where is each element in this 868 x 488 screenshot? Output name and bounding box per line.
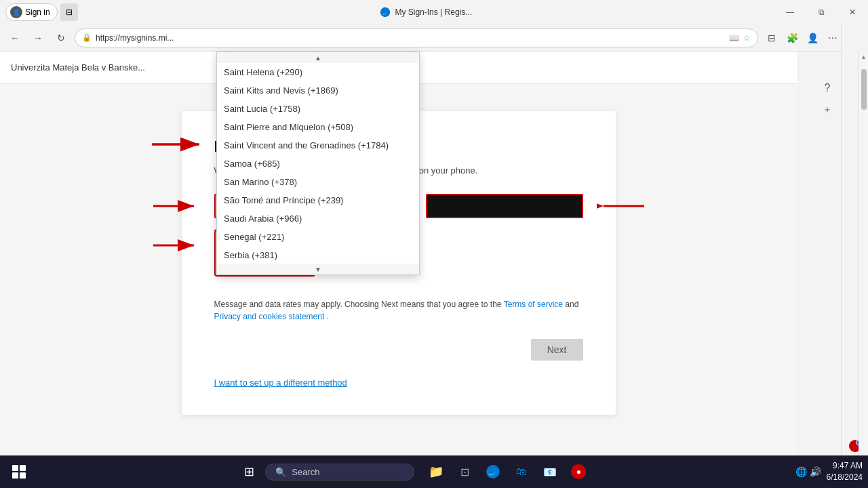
taskbar-app-store[interactable]: 🛍 — [508, 458, 535, 485]
edge-taskbar-icon — [486, 464, 500, 479]
taskbar-app-taskview[interactable]: ⊡ — [451, 458, 478, 485]
reader-mode-icon[interactable]: 📖 — [729, 33, 739, 43]
more-tools-button[interactable]: ··· — [823, 28, 842, 47]
red-app-icon: ● — [571, 464, 586, 479]
search-placeholder: Search — [292, 467, 319, 477]
dropdown-item[interactable]: Saint Pierre and Miquelon (+508) — [217, 118, 419, 136]
edge-logo: My Sign-Ins | Regis... — [380, 7, 472, 18]
phone-input[interactable] — [426, 194, 583, 218]
title-bar-right: — ⧉ ✕ — [774, 0, 868, 24]
taskbar-center: ⊞ 🔍 Search 📁 ⊡ 🛍 📧 ● — [33, 458, 795, 485]
terms-link1[interactable]: Terms of service — [504, 300, 563, 309]
arrow-phone — [597, 197, 644, 216]
dropdown-item[interactable]: Samoa (+685) — [217, 155, 419, 173]
taskbar-left — [0, 458, 33, 485]
taskbar-clock[interactable]: 9:47 AM 6/18/2024 — [827, 460, 863, 483]
dropdown-scroll-up[interactable]: ▲ — [217, 52, 419, 63]
page-scrollbar: ▲ ▼ — [859, 52, 868, 488]
minimize-button[interactable]: — — [774, 0, 806, 24]
back-button[interactable]: ← — [5, 28, 24, 47]
scrollbar-up[interactable]: ▲ — [859, 52, 869, 62]
title-bar: 👤 Sign in ⊟ My Sign-Ins | Regis... — ⧉ ✕ — [0, 0, 868, 24]
next-button[interactable]: Next — [531, 339, 583, 361]
taskbar: ⊞ 🔍 Search 📁 ⊡ 🛍 📧 ● 🌐 🔊 — [0, 455, 868, 488]
split-view-button[interactable]: ⊟ — [762, 28, 781, 47]
expand-button[interactable]: ＋ — [818, 100, 837, 119]
url-text: https://mysignins.mi... — [96, 33, 725, 43]
dropdown-item[interactable]: São Tomé and Príncipe (+239) — [217, 191, 419, 209]
dropdown-scroll-down[interactable]: ▼ — [217, 264, 419, 274]
terms-link2[interactable]: Privacy and cookies statement — [214, 312, 325, 321]
maximize-button[interactable]: ⧉ — [806, 0, 837, 24]
taskbar-app-red[interactable]: ● — [565, 458, 592, 485]
tab-title: My Sign-Ins | Regis... — [395, 7, 472, 17]
dropdown-item[interactable]: San Marino (+378) — [217, 173, 419, 191]
taskbar-system-icons: 🌐 🔊 — [795, 466, 821, 477]
svg-point-0 — [380, 7, 390, 17]
search-icon: 🔍 — [275, 467, 286, 477]
breadcrumb-text: Univerzita Mateja Bela v Banske... — [11, 62, 145, 73]
dropdown-item[interactable]: Saint Helena (+290) — [217, 63, 419, 81]
dropdown-item[interactable]: Serbia (+381) — [217, 246, 419, 264]
title-bar-left: 👤 Sign in ⊟ — [0, 3, 78, 21]
terms-text: Message and data rates may apply. Choosi… — [214, 298, 583, 323]
dropdown-overlay[interactable]: ▲ Saint Helena (+290) Saint Kitts and Ne… — [216, 52, 420, 275]
sign-in-label: Sign in — [25, 7, 50, 17]
svg-point-9 — [486, 465, 500, 479]
close-button[interactable]: ✕ — [837, 0, 868, 24]
arrow-dropdown-svg — [152, 134, 206, 155]
address-bar[interactable]: 🔒 https://mysignins.mi... 📖 ☆ — [75, 28, 758, 47]
taskbar-app-edge[interactable] — [479, 458, 507, 485]
refresh-button[interactable]: ↻ — [52, 28, 71, 47]
network-icon[interactable]: 🌐 — [795, 466, 807, 477]
forward-button[interactable]: → — [28, 28, 47, 47]
favorites-icon[interactable]: ☆ — [743, 33, 751, 43]
profile-button[interactable]: 👤 Sign in — [5, 3, 58, 21]
start-icon — [12, 465, 26, 479]
arrow-radio-icon — [153, 236, 201, 255]
search-box[interactable]: 🔍 Search — [265, 464, 414, 481]
clock-date: 6/18/2024 — [827, 472, 863, 483]
lock-icon: 🔒 — [82, 33, 92, 42]
dropdown-item[interactable]: Saint Vincent and the Grenadines (+1784) — [217, 136, 419, 155]
dropdown-item[interactable]: Saint Kitts and Nevis (+1869) — [217, 81, 419, 100]
profile-toolbar-button[interactable]: 👤 — [803, 28, 822, 47]
volume-icon[interactable]: 🔊 — [810, 466, 821, 477]
different-method-link[interactable]: I want to set up a different method — [214, 378, 347, 388]
clock-time: 9:47 AM — [827, 460, 863, 472]
title-bar-center: My Sign-Ins | Regis... — [78, 7, 774, 18]
dropdown-item[interactable]: Saudi Arabia (+966) — [217, 209, 419, 228]
page-action-buttons: ? ＋ — [818, 79, 837, 119]
arrow-radio — [153, 236, 201, 255]
widgets-button[interactable]: ⊞ — [235, 458, 262, 485]
arrow-phone-icon — [597, 197, 644, 216]
start-button[interactable] — [5, 458, 33, 485]
dropdown-item[interactable]: Senegal (+221) — [217, 228, 419, 246]
taskbar-apps: 📁 ⊡ 🛍 📧 ● — [422, 458, 592, 485]
scrollbar-track — [859, 62, 869, 477]
scrollbar-thumb[interactable] — [861, 69, 867, 110]
extensions-button[interactable]: 🧩 — [783, 28, 802, 47]
tab-toggle-button[interactable]: ⊟ — [60, 3, 78, 21]
arrow-dropdown-indicator — [152, 134, 206, 155]
arrow-country-icon — [153, 197, 201, 216]
edge-icon — [380, 7, 391, 18]
dropdown-item[interactable]: Saint Lucia (+1758) — [217, 100, 419, 118]
taskbar-app-mail[interactable]: 📧 — [536, 458, 564, 485]
help-button[interactable]: ? — [818, 79, 837, 98]
arrow-country — [153, 197, 201, 216]
browser-bar: ← → ↻ 🔒 https://mysignins.mi... 📖 ☆ ⊟ 🧩 … — [0, 24, 868, 52]
taskbar-right: 🌐 🔊 9:47 AM 6/18/2024 — [795, 460, 868, 483]
profile-icon: 👤 — [10, 6, 22, 18]
taskbar-app-files[interactable]: 📁 — [422, 458, 450, 485]
